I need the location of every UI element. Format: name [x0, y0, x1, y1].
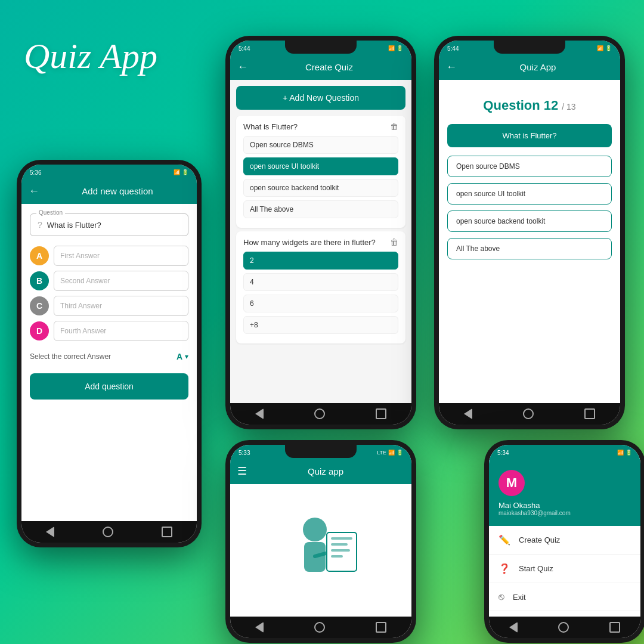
phone2-card1-opt4[interactable]: All The above [243, 200, 398, 218]
phone2-card2-question: How many widgets are there in flutter? [243, 238, 376, 247]
phone3-answer-3[interactable]: open source backend toolkit [447, 210, 612, 232]
phone3-header: ← Quiz App [439, 54, 620, 80]
phone5-back-nav[interactable] [509, 622, 518, 633]
phone2-card2-title-row: How many widgets are there in flutter? 🗑 [243, 237, 398, 247]
phone2-card1-opt1[interactable]: Open source DBMS [243, 136, 398, 154]
phone2-card1-question: What is Flutter? [243, 122, 298, 131]
phone2-card1-delete-icon[interactable]: 🗑 [390, 122, 398, 131]
phone1-add-question-btn[interactable]: Add question [30, 373, 188, 400]
phone5-recents-nav[interactable] [609, 622, 620, 633]
phone4-illustration [273, 503, 369, 598]
svg-rect-3 [331, 537, 352, 540]
phone1-answer-d-circle: D [30, 321, 49, 340]
phone2-add-new-btn[interactable]: + Add New Question [236, 86, 405, 110]
phone3-battery-icon: 🔋 [605, 45, 612, 51]
phone4-menu-icon[interactable]: ☰ [237, 465, 247, 478]
phone1-question-row: ? What is Flutter? [38, 220, 181, 230]
phone2-card2-opt1[interactable]: 2 [243, 252, 398, 270]
phone1-answer-c-row: C Third Answer [30, 296, 188, 316]
phone2-card2-opt2[interactable]: 4 [243, 273, 398, 291]
phone3-back-arrow[interactable]: ← [446, 61, 457, 73]
phone5-menu-start-quiz[interactable]: ❓ Start Quiz [489, 555, 640, 583]
phone5-avatar: M [499, 470, 525, 496]
phone1-answer-c-input[interactable]: Third Answer [54, 296, 188, 316]
phone3-answer-4[interactable]: All The above [447, 238, 612, 259]
phone1-answer-a-row: A First Answer [30, 246, 188, 266]
phone3-recents-nav[interactable] [584, 408, 595, 419]
phone5-home-nav[interactable] [558, 622, 569, 633]
phone5-menu-exit[interactable]: ⎋ Exit [489, 583, 640, 611]
phone5-create-quiz-label: Create Quiz [519, 535, 560, 544]
phone2-card1-opt2[interactable]: open source UI toolkit [243, 157, 398, 175]
svg-point-0 [303, 518, 327, 541]
phone3-question-total: / 13 [562, 102, 575, 112]
phone4-battery-icon: 🔋 [397, 450, 403, 456]
phone4-back-nav[interactable] [255, 622, 264, 633]
phone1-answer-d-row: D Fourth Answer [30, 321, 188, 341]
phone2-card1-opt3[interactable]: open source backend toolkit [243, 179, 398, 197]
phone1-question-group: Question ? What is Flutter? [21, 204, 197, 241]
phone2-screen: 5:44 📶 🔋 ← Create Quiz + Add New Questio… [230, 41, 411, 425]
phone5-profile-email: maiokasha930@gmail.com [499, 510, 571, 516]
phone1-answer-b-input[interactable]: Second Answer [54, 271, 188, 291]
phone2-nav-bar [230, 403, 411, 425]
phone1-answer-a-input[interactable]: First Answer [54, 246, 188, 266]
svg-rect-6 [331, 555, 343, 558]
phone1-time: 5:36 [30, 169, 41, 176]
phone4-home-nav[interactable] [314, 622, 325, 633]
phone4-notch [285, 445, 357, 458]
phone2-back-nav[interactable] [255, 408, 264, 419]
phone5-content: M Mai Okasha maiokasha930@gmail.com ✏️ C… [489, 458, 640, 617]
phone2-status-icons: 📶 🔋 [388, 45, 403, 51]
phone3-home-nav[interactable] [523, 408, 534, 419]
app-title: Quiz App [24, 36, 157, 77]
phone3-status-icons: 📶 🔋 [597, 45, 612, 51]
phone1-select-value: A [177, 352, 182, 361]
phone5-menu-create-quiz[interactable]: ✏️ Create Quiz [489, 526, 640, 555]
phone1-wifi-icon: 📶 [174, 169, 180, 175]
phone3-back-nav[interactable] [464, 408, 472, 419]
phone5-create-quiz-icon: ✏️ [499, 534, 510, 546]
phone1-back-nav[interactable] [46, 527, 54, 537]
phone1-home-nav[interactable] [103, 527, 113, 537]
phone4-signal-icon: 📶 [388, 450, 395, 456]
phone1-answer-d-placeholder: Fourth Answer [60, 327, 106, 335]
phone2-card2-opt3[interactable]: 6 [243, 295, 398, 312]
phone3-question-num: Question 12 [483, 98, 558, 113]
phone1-nav-bar [21, 521, 197, 543]
phone4-header-title: Quiz app [247, 466, 404, 476]
phone2-card2-delete-icon[interactable]: 🗑 [390, 237, 398, 247]
phone3-question-box: What is Flutter? [447, 124, 612, 147]
phone5-signal-icon: 📶 [617, 450, 624, 456]
phone2-header: ← Create Quiz [230, 54, 411, 80]
phone-add-question: 5:36 📶 🔋 ← Add new question Question ? W… [17, 160, 202, 547]
phone1-status-icons: 📶 🔋 [174, 169, 188, 175]
phone-quiz-home: 5:33 LTE 📶 🔋 ☰ Quiz app [225, 440, 416, 643]
phone2-card-2: How many widgets are there in flutter? 🗑… [236, 231, 405, 343]
phone4-nav-bar [230, 617, 411, 638]
phone2-card2-opt4[interactable]: +8 [243, 316, 398, 334]
phone1-recents-nav[interactable] [162, 527, 172, 537]
phone2-home-nav[interactable] [314, 408, 325, 419]
phone3-answer-2[interactable]: open source UI toolkit [447, 183, 612, 205]
phone1-select-control[interactable]: A ▾ [177, 352, 188, 361]
phone2-notch [285, 41, 357, 54]
phone1-answer-a-placeholder: First Answer [60, 252, 100, 260]
phone3-time: 5:44 [447, 45, 459, 52]
phone3-notch [494, 41, 565, 54]
phone3-answer-1[interactable]: Open source DBMS [447, 156, 612, 177]
phone1-question-box: Question ? What is Flutter? [30, 213, 188, 236]
phone3-signal-icon: 📶 [597, 45, 603, 51]
phone1-answer-d-input[interactable]: Fourth Answer [54, 321, 188, 341]
phone4-recents-nav[interactable] [376, 622, 386, 633]
phone4-content [230, 484, 411, 617]
phone3-nav-bar [439, 403, 620, 425]
phone2-back-arrow[interactable]: ← [237, 61, 248, 73]
phone4-header: ☰ Quiz app [230, 458, 411, 484]
phone1-answer-c-placeholder: Third Answer [60, 302, 102, 310]
phone1-back-arrow[interactable]: ← [29, 185, 39, 197]
phone2-recents-nav[interactable] [376, 408, 386, 419]
phone-create-quiz: 5:44 📶 🔋 ← Create Quiz + Add New Questio… [225, 36, 416, 429]
svg-rect-4 [331, 543, 348, 546]
phone5-exit-label: Exit [513, 593, 526, 602]
